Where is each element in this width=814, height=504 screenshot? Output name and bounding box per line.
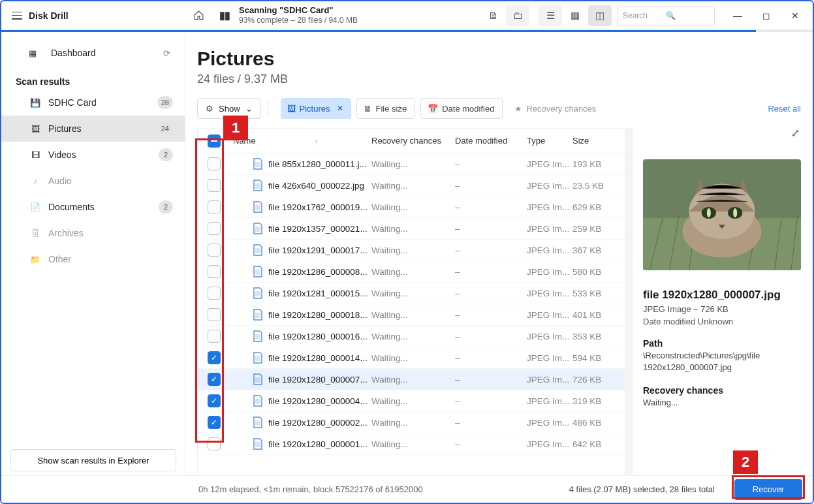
svg-rect-0 — [255, 162, 260, 167]
sidebar-dashboard[interactable]: ▦ Dashboard ⟳ — [1, 41, 185, 70]
filter-chip-date-modified[interactable]: 📅 Date modified — [420, 98, 503, 119]
sidebar-item-pictures[interactable]: 🖼 Pictures 24 — [1, 116, 185, 142]
show-in-explorer-button[interactable]: Show scan results in Explorer — [10, 449, 176, 471]
home-button[interactable] — [185, 3, 211, 29]
column-type[interactable]: Type — [527, 136, 572, 146]
row-checkbox[interactable] — [208, 200, 221, 213]
main-panel: Pictures 24 files / 9.37 MB ⚙ Show ⌄ 🖼 P… — [185, 32, 813, 475]
row-type: JPEG Im... — [527, 396, 572, 406]
search-input[interactable]: Search 🔍 — [617, 6, 715, 25]
column-size[interactable]: Size — [572, 136, 625, 146]
row-checkbox[interactable] — [208, 157, 221, 170]
row-checkbox[interactable] — [208, 287, 221, 300]
file-name: file 1920x1281_000015... — [268, 289, 368, 298]
sidebar-item-sdhc-card[interactable]: 💾 SDHC Card 28 — [1, 89, 185, 116]
sidebar-item-label: Videos — [48, 150, 76, 160]
table-row[interactable]: ✓ file 1920x1280_000002... Waiting... – … — [198, 412, 625, 433]
row-date: – — [455, 418, 527, 428]
row-size: 726 KB — [572, 375, 625, 385]
select-all-checkbox[interactable] — [208, 134, 221, 148]
file-icon — [253, 352, 263, 364]
recover-button[interactable]: Recover — [734, 479, 802, 500]
sidebar-item-badge: 28 — [157, 96, 173, 109]
sidebar-item-icon: 🖼 — [29, 124, 42, 134]
table-row[interactable]: file 426x640_000022.jpg Waiting... – JPE… — [198, 175, 625, 197]
row-type: JPEG Im... — [527, 245, 572, 255]
view-grid-button[interactable]: ▦ — [563, 5, 587, 26]
row-checkbox[interactable] — [208, 437, 221, 450]
table-row[interactable]: file 1920x1280_000016... Waiting... – JP… — [198, 326, 625, 347]
reset-all-link[interactable]: Reset all — [768, 104, 801, 114]
filter-chip-file-size[interactable]: 🗎 File size — [356, 98, 416, 119]
filter-chip-recovery-chances[interactable]: ★ Recovery chances — [508, 98, 604, 119]
scrollbar[interactable] — [625, 128, 633, 475]
pause-scan-button[interactable]: ▮▮ — [211, 3, 238, 29]
table-row[interactable]: ✓ file 1920x1280_000004... Waiting... – … — [198, 390, 625, 412]
row-date: – — [455, 289, 527, 298]
row-checkbox[interactable] — [208, 330, 221, 343]
close-button[interactable]: ✕ — [781, 3, 809, 29]
svg-point-27 — [733, 208, 737, 217]
table-row[interactable]: ✓ file 1920x1280_000014... Waiting... – … — [198, 347, 625, 369]
sidebar-item-other[interactable]: 📁 Other — [1, 246, 185, 272]
show-label: Show — [219, 104, 240, 114]
table-row[interactable]: file 1920x1280_000001... Waiting... – JP… — [198, 433, 625, 455]
sidebar-item-label: Other — [48, 254, 71, 264]
file-icon — [253, 223, 263, 234]
table-row[interactable]: ✓ file 1920x1280_000007... Waiting... – … — [198, 369, 625, 390]
table-row[interactable]: file 1920x1357_000021... Waiting... – JP… — [198, 218, 625, 240]
row-date: – — [455, 310, 527, 320]
row-checkbox[interactable] — [208, 308, 221, 321]
row-checkbox[interactable] — [208, 222, 221, 235]
table-row[interactable]: file 1920x1762_000019... Waiting... – JP… — [198, 197, 625, 218]
sidebar-item-audio[interactable]: ♪ Audio — [1, 168, 185, 194]
row-recovery: Waiting... — [371, 375, 455, 385]
column-name[interactable]: Name↑ — [230, 136, 371, 146]
row-type: JPEG Im... — [527, 202, 572, 212]
row-date: – — [455, 267, 527, 277]
row-checkbox[interactable] — [208, 265, 221, 278]
svg-rect-8 — [255, 334, 260, 339]
maximize-button[interactable]: ◻ — [753, 3, 780, 29]
row-size: 259 KB — [572, 224, 625, 234]
minimize-button[interactable]: — — [724, 3, 751, 29]
row-checkbox[interactable] — [208, 179, 221, 192]
row-type: JPEG Im... — [527, 375, 572, 385]
row-type: JPEG Im... — [527, 353, 572, 363]
row-recovery: Waiting... — [371, 396, 455, 406]
file-icon — [253, 395, 263, 407]
column-date[interactable]: Date modified — [455, 136, 527, 146]
chip-icon: 🗎 — [364, 104, 372, 114]
file-name: file 1920x1762_000019... — [268, 202, 368, 212]
scan-progress-fill — [1, 30, 756, 32]
row-checkbox[interactable]: ✓ — [208, 416, 221, 429]
row-date: – — [455, 224, 527, 234]
table-row[interactable]: file 1920x1280_000018... Waiting... – JP… — [198, 304, 625, 326]
filter-row: ⚙ Show ⌄ 🖼 Pictures ✕🗎 File size 📅 Date … — [197, 98, 801, 119]
row-checkbox[interactable]: ✓ — [208, 351, 221, 364]
sidebar-item-icon: 🗄 — [29, 228, 42, 238]
sidebar-item-documents[interactable]: 📄 Documents 2 — [1, 194, 185, 220]
row-checkbox[interactable]: ✓ — [208, 373, 221, 386]
folder-icon-button[interactable]: 🗀 — [506, 5, 529, 26]
scan-status: Scanning "SDHC Card" 93% complete – 28 f… — [239, 5, 358, 25]
file-name: file 855x1280_000011.j... — [268, 159, 367, 169]
open-external-icon[interactable]: ⤢ — [791, 127, 800, 139]
row-date: – — [455, 375, 527, 385]
file-icon-button[interactable]: 🗎 — [481, 5, 505, 26]
chip-close-icon[interactable]: ✕ — [337, 104, 343, 113]
table-row[interactable]: file 1920x1286_000008... Waiting... – JP… — [198, 261, 625, 283]
table-row[interactable]: file 1920x1281_000015... Waiting... – JP… — [198, 283, 625, 304]
sidebar-item-archives[interactable]: 🗄 Archives — [1, 220, 185, 246]
row-checkbox[interactable]: ✓ — [208, 394, 221, 407]
hamburger-icon[interactable] — [12, 12, 22, 20]
sidebar-item-videos[interactable]: 🎞 Videos 2 — [1, 142, 185, 168]
table-row[interactable]: file 855x1280_000011.j... Waiting... – J… — [198, 153, 625, 175]
row-checkbox[interactable] — [208, 244, 221, 257]
svg-rect-12 — [255, 420, 260, 426]
view-split-button[interactable]: ◫ — [588, 5, 612, 26]
view-list-button[interactable]: ☰ — [539, 5, 562, 26]
filter-chip-pictures[interactable]: 🖼 Pictures ✕ — [281, 98, 351, 119]
table-row[interactable]: file 1920x1291_000017... Waiting... – JP… — [198, 240, 625, 261]
column-recovery[interactable]: Recovery chances — [371, 136, 455, 146]
